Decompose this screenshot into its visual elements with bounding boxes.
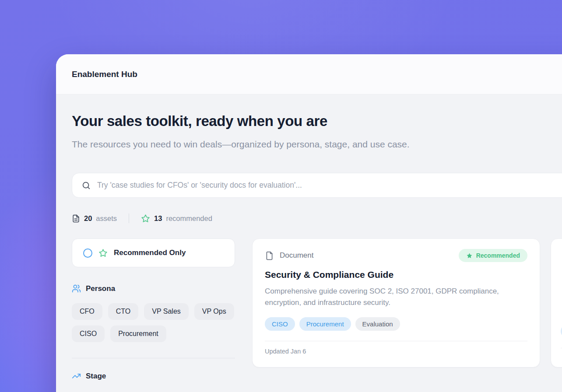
file-text-icon [72,214,80,223]
assets-stat: 20 assets [72,214,117,223]
stage-section-header: Stage [72,371,235,381]
recommended-label: recommended [166,214,212,223]
card-type-label: Document [280,251,313,260]
star-filled-icon [466,252,473,259]
card-type: Document [265,251,313,260]
tag-evaluation: Evaluation [355,317,400,331]
content-row: Recommended Only Persona [72,238,562,391]
recommended-stat: 13 recommended [141,214,212,223]
app-title: Enablement Hub [72,70,137,79]
persona-section-header: Persona [72,284,235,293]
stats-divider [129,214,129,223]
star-icon [98,248,108,258]
file-icon [265,251,274,260]
star-icon [141,214,150,223]
persona-label: Persona [86,284,115,293]
assets-count: 20 [84,214,92,223]
asset-card-partial[interactable] [551,238,562,368]
search-bar[interactable] [72,173,562,198]
asset-cards-grid: Document Recommended [252,238,562,368]
tag-ciso: CISO [265,317,295,331]
stats-row: 20 assets 13 recommended [72,214,562,223]
asset-card-security-compliance-guide[interactable]: Document Recommended [252,238,540,368]
persona-chip-vp-ops[interactable]: VP Ops [194,303,234,320]
card-title: Security & Compliance Guide [265,270,527,280]
recommended-badge: Recommended [459,249,527,262]
recommended-badge-label: Recommended [476,252,520,259]
search-icon [81,181,91,190]
users-icon [72,284,81,293]
trending-up-icon [72,371,81,381]
card-top-row: Document Recommended [265,249,527,262]
page-subtitle: The resources you need to win deals—orga… [72,136,429,152]
app-header: Enablement Hub [56,54,562,94]
tag-procurement: Procurement [299,317,351,331]
persona-chip-ciso[interactable]: CISO [72,326,105,342]
search-input[interactable] [97,181,561,190]
persona-chip-procurement[interactable]: Procurement [110,326,166,342]
persona-chip-vp-sales[interactable]: VP Sales [144,303,189,320]
app-window: Enablement Hub Your sales toolkit, ready… [56,54,562,392]
assets-label: assets [96,214,117,223]
card-updated: Updated Jan 6 [265,341,527,355]
persona-chip-cfo[interactable]: CFO [72,303,102,320]
persona-chips: CFO CTO VP Sales VP Ops CISO Procurement [72,303,235,342]
recommended-only-toggle[interactable]: Recommended Only [72,238,235,267]
radio-circle-icon[interactable] [83,248,92,258]
filters-panel: Recommended Only Persona [72,238,235,391]
app-body: Your sales toolkit, ready when you are T… [56,94,562,391]
filters-divider [72,358,235,358]
card-tags: CISO Procurement Evaluation [265,317,527,331]
recommended-only-label: Recommended Only [114,248,186,257]
stage-label: Stage [86,372,106,381]
persona-chip-cto[interactable]: CTO [108,303,138,320]
card-description: Comprehensive guide covering SOC 2, ISO … [265,286,514,308]
recommended-count: 13 [154,214,162,223]
page-background: Enablement Hub Your sales toolkit, ready… [0,0,562,392]
page-title: Your sales toolkit, ready when you are [72,113,562,130]
